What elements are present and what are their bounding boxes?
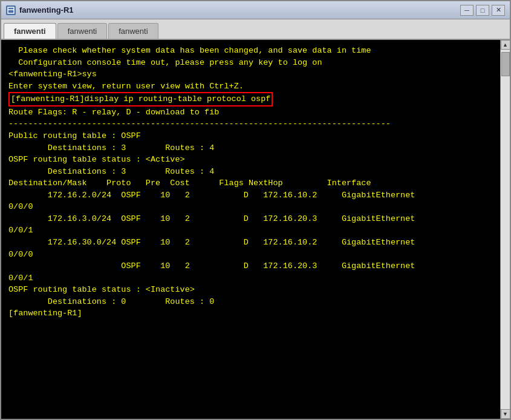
close-button[interactable]: ✕ — [492, 5, 505, 16]
terminal-line: [fanwenting-R1]display ip routing-table … — [8, 92, 493, 107]
terminal-line: Public routing table : OSPF — [8, 130, 493, 142]
terminal-line: Destinations : 0 Routes : 0 — [8, 296, 493, 308]
minimize-button[interactable]: ─ — [460, 5, 474, 16]
terminal-line: Please check whether system data has bee… — [8, 45, 493, 57]
highlighted-command: [fanwenting-R1]display ip routing-table … — [8, 92, 273, 107]
terminal-line: 0/0/1 — [8, 272, 493, 284]
scrollbar[interactable]: ▲ ▼ — [500, 40, 510, 419]
scroll-down-button[interactable]: ▼ — [501, 409, 510, 419]
svg-rect-0 — [8, 7, 14, 13]
terminal-line: Destination/Mask Proto Pre Cost Flags Ne… — [8, 177, 493, 189]
terminal-line: 0/0/1 — [8, 225, 493, 237]
tab-fanwenti-2[interactable]: fanwenti — [57, 23, 107, 39]
app-icon — [6, 5, 16, 15]
terminal-line: 172.16.2.0/24 OSPF 10 2 D 172.16.10.2 Gi… — [8, 189, 493, 202]
maximize-button[interactable]: □ — [476, 5, 489, 16]
terminal-line: OSPF routing table status : <Inactive> — [8, 284, 493, 296]
terminal-line: Configuration console time out, please p… — [8, 57, 493, 69]
terminal-line: [fanwenting-R1] — [8, 307, 493, 320]
terminal[interactable]: Please check whether system data has bee… — [1, 40, 500, 419]
terminal-area: Please check whether system data has bee… — [1, 40, 510, 419]
tab-fanwenti-3[interactable]: fanwenti — [108, 23, 158, 39]
terminal-line: Destinations : 3 Routes : 4 — [8, 166, 493, 178]
terminal-line: <fanwenting-R1>sys — [8, 68, 493, 80]
scroll-track[interactable] — [501, 50, 510, 409]
terminal-line: 0/0/0 — [8, 201, 493, 213]
terminal-line: 172.16.30.0/24 OSPF 10 2 D 172.16.10.2 G… — [8, 237, 493, 249]
terminal-line: ----------------------------------------… — [8, 118, 493, 130]
title-bar: fanwenting-R1 ─ □ ✕ — [1, 1, 510, 19]
main-window: fanwenting-R1 ─ □ ✕ fanwenti fanwenti fa… — [0, 0, 511, 420]
terminal-line: Enter system view, return user view with… — [8, 80, 493, 93]
terminal-line: OSPF routing table status : <Active> — [8, 154, 493, 166]
window-title: fanwenting-R1 — [19, 5, 74, 15]
terminal-line: Route Flags: R - relay, D - download to … — [8, 107, 493, 119]
terminal-line: 0/0/0 — [8, 249, 493, 261]
scroll-up-button[interactable]: ▲ — [501, 40, 510, 50]
window-controls: ─ □ ✕ — [460, 5, 505, 16]
terminal-line: Destinations : 3 Routes : 4 — [8, 142, 493, 154]
tab-fanwenti-1[interactable]: fanwenti — [4, 23, 56, 39]
title-bar-left: fanwenting-R1 — [6, 5, 74, 15]
terminal-line: 172.16.3.0/24 OSPF 10 2 D 172.16.20.3 Gi… — [8, 213, 493, 225]
terminal-line: OSPF 10 2 D 172.16.20.3 GigabitEthernet — [8, 260, 493, 272]
tab-bar: fanwenti fanwenti fanwenti — [1, 19, 510, 40]
scroll-thumb[interactable] — [501, 52, 510, 76]
